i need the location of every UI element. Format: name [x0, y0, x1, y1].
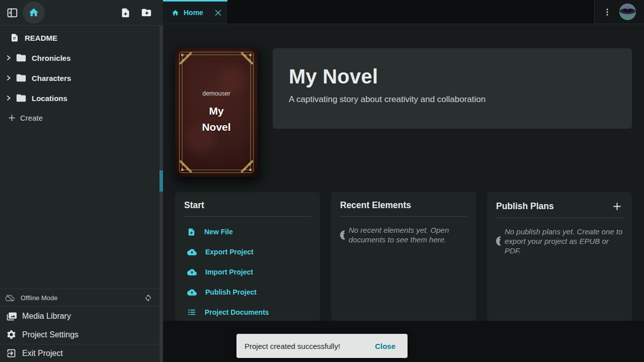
media-library-icon — [6, 311, 17, 321]
document-icon — [10, 33, 19, 42]
start-card-header: Start — [184, 200, 311, 217]
home-button[interactable] — [23, 2, 45, 24]
kebab-menu-icon — [603, 7, 612, 18]
recent-elements-title: Recent Elements — [340, 200, 411, 211]
scrollbar-thumb[interactable] — [159, 170, 163, 192]
tree-item-folder[interactable]: Chronicles — [0, 48, 163, 68]
create-label: Create — [20, 114, 43, 122]
tab-home[interactable]: Home — [163, 0, 227, 24]
start-actions-list: New File Export Project — [184, 217, 311, 322]
tab-label: Home — [184, 9, 203, 17]
home-icon — [172, 9, 179, 17]
start-action-label: Import Project — [205, 268, 253, 276]
start-action-label: Export Project — [205, 248, 254, 256]
publish-plans-card: Publish Plans No publish plans yet. Crea… — [487, 192, 632, 321]
folder-icon — [16, 52, 27, 63]
chevron-right-icon[interactable] — [5, 74, 12, 81]
new-file-icon — [120, 8, 131, 18]
overflow-menu-button[interactable] — [603, 7, 612, 18]
media-library-label: Media Library — [22, 312, 71, 321]
exit-project-button[interactable]: Exit Project — [0, 344, 163, 362]
cover-corner-ornament — [241, 52, 253, 64]
dashboard-cards: Start New File — [163, 177, 644, 321]
main-area: Home — [163, 0, 644, 362]
close-icon — [215, 10, 221, 16]
info-icon — [340, 230, 345, 240]
start-action-label: New File — [204, 228, 233, 236]
snackbar: Project created successfully! Close — [236, 334, 408, 358]
cover-text: demouser My Novel — [175, 90, 258, 135]
tab-close-button[interactable] — [215, 10, 221, 16]
tab-bar: Home — [163, 0, 644, 24]
publish-empty-state: No publish plans yet. Create one to expo… — [496, 218, 623, 255]
app-window: README Chronicles Characters — [0, 0, 644, 362]
import-project-action[interactable]: Import Project — [184, 262, 311, 282]
project-settings-label: Project Settings — [22, 330, 78, 339]
project-title-card: My Novel A captivating story about creat… — [273, 48, 632, 129]
project-subtitle: A captivating story about creativity and… — [289, 95, 616, 105]
new-folder-icon — [141, 7, 152, 18]
tree-item-folder[interactable]: Locations — [0, 88, 163, 108]
recent-empty-text: No recent elements yet. Open documents t… — [349, 225, 467, 244]
snackbar-message: Project created successfully! — [245, 342, 340, 350]
publish-plans-title: Publish Plans — [496, 201, 554, 212]
start-card-title: Start — [184, 200, 204, 211]
new-folder-button[interactable] — [141, 7, 152, 18]
start-action-label: Project Documents — [205, 308, 269, 316]
publish-project-action[interactable]: Publish Project — [184, 282, 311, 302]
offline-mode-label: Offline Mode — [21, 294, 57, 302]
sidebar-header — [0, 0, 163, 26]
new-file-button[interactable] — [120, 8, 131, 18]
create-button[interactable]: Create — [0, 108, 163, 127]
list-icon — [187, 308, 196, 317]
sidebar-scrollbar[interactable] — [159, 26, 163, 362]
info-icon — [496, 236, 501, 246]
chevron-right-icon[interactable] — [5, 54, 12, 61]
plus-icon — [8, 114, 16, 122]
new-file-action[interactable]: New File — [184, 222, 311, 242]
cover-corner-ornament — [180, 52, 192, 64]
folder-icon — [16, 93, 27, 104]
cover-corner-ornament — [241, 160, 253, 172]
start-card: Start New File — [175, 192, 320, 321]
book-cover[interactable]: demouser My Novel — [175, 48, 258, 177]
offline-mode-row: Offline Mode — [0, 289, 163, 307]
hero-section: demouser My Novel My Novel A captivating… — [163, 24, 644, 177]
export-project-action[interactable]: Export Project — [184, 242, 311, 262]
project-tree: README Chronicles Characters — [0, 26, 163, 289]
publish-empty-text: No publish plans yet. Create one to expo… — [505, 227, 623, 255]
topbar-actions — [594, 0, 644, 24]
recent-elements-card: Recent Elements No recent elements yet. … — [331, 192, 476, 321]
cloud-upload-icon — [187, 267, 197, 277]
project-title: My Novel — [289, 65, 616, 88]
sidebar: README Chronicles Characters — [0, 0, 163, 362]
media-library-button[interactable]: Media Library — [0, 307, 163, 325]
cloud-off-icon — [5, 293, 15, 303]
exit-project-label: Exit Project — [22, 349, 63, 358]
cover-corner-ornament — [180, 160, 192, 172]
tree-item-label: Chronicles — [32, 54, 71, 62]
tree-item-readme[interactable]: README — [0, 28, 163, 48]
plus-icon — [612, 202, 622, 211]
home-icon — [28, 7, 39, 18]
sync-icon — [144, 294, 152, 302]
recent-empty-state: No recent elements yet. Open documents t… — [340, 217, 467, 244]
tree-item-label: Characters — [32, 74, 71, 82]
sync-button[interactable] — [144, 294, 152, 302]
cover-author: demouser — [175, 90, 258, 97]
tree-item-label: README — [25, 34, 57, 42]
tree-item-folder[interactable]: Characters — [0, 68, 163, 88]
cover-title: My Novel — [195, 103, 237, 135]
chevron-right-icon[interactable] — [5, 95, 12, 102]
file-plus-icon — [187, 228, 196, 236]
add-publish-plan-button[interactable] — [611, 200, 623, 212]
panel-collapse-icon — [6, 7, 19, 19]
collapse-sidebar-button[interactable] — [6, 7, 19, 19]
start-action-label: Publish Project — [205, 288, 257, 296]
project-documents-action[interactable]: Project Documents — [184, 302, 311, 322]
gear-icon — [6, 329, 17, 340]
snackbar-close-button[interactable]: Close — [373, 339, 397, 353]
project-settings-button[interactable]: Project Settings — [0, 325, 163, 344]
tree-item-label: Locations — [32, 94, 67, 103]
avatar[interactable] — [619, 4, 636, 20]
